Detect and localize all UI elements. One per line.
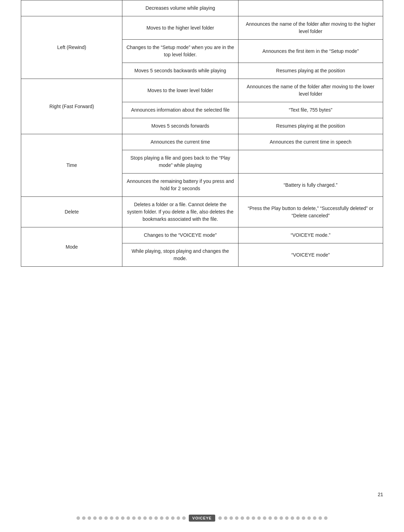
footer-dot: [132, 516, 136, 520]
footer-dot: [143, 516, 147, 520]
table-cell-result: Announces the first item in the “Setup m…: [238, 40, 383, 63]
footer-dot: [154, 516, 158, 520]
footer-dot: [165, 516, 169, 520]
footer-dot: [324, 516, 328, 520]
footer-dot: [99, 516, 102, 520]
footer-dot: [241, 516, 244, 520]
page-content: Decreases volume while playingLeft (Rewi…: [0, 0, 404, 295]
footer-dot: [296, 516, 300, 520]
table-cell-result: Announces the name of the folder after m…: [238, 16, 383, 40]
table-cell-action: Mode: [21, 227, 122, 267]
footer-dot: [82, 516, 86, 520]
table-cell-result: [238, 150, 383, 174]
footer-dot: [115, 516, 119, 520]
footer-dot: [224, 516, 227, 520]
table-cell-operation: Changes to the “Setup mode” when you are…: [122, 40, 238, 63]
table-cell-operation: While playing, stops playing and changes…: [122, 243, 238, 267]
footer-dot: [263, 516, 266, 520]
footer-dot: [274, 516, 277, 520]
table-cell-result: Resumes playing at the position: [238, 118, 383, 134]
footer-dot: [318, 516, 322, 520]
footer-dot: [307, 516, 311, 520]
footer-dot: [177, 516, 180, 520]
table-cell-operation: Moves 5 seconds forwards: [122, 118, 238, 134]
table-cell-action: Time: [21, 134, 122, 197]
footer-dot: [313, 516, 316, 520]
table-cell-operation: Moves to the lower level folder: [122, 79, 238, 102]
footer-dot: [104, 516, 108, 520]
table-cell-operation: Changes to the “VOICEYE mode”: [122, 227, 238, 243]
table-cell-operation: Stops playing a file and goes back to th…: [122, 150, 238, 174]
table-cell-result: “Text file, 755 bytes”: [238, 102, 383, 118]
table-cell-operation: Moves to the higher level folder: [122, 16, 238, 40]
table-cell-result: Announces the current time in speech: [238, 134, 383, 150]
page-number: 21: [378, 492, 383, 497]
table-cell-operation: Moves 5 seconds backwards while playing: [122, 63, 238, 79]
table-cell-result: “Press the Play button to delete,” “Succ…: [238, 197, 383, 227]
footer-dot: [127, 516, 130, 520]
table-cell-action: [21, 0, 122, 16]
table-cell-operation: Deletes a folder or a file. Cannot delet…: [122, 197, 238, 227]
table-cell-operation: Decreases volume while playing: [122, 0, 238, 16]
table-cell-action: Left (Rewind): [21, 16, 122, 79]
table-cell-action: Right (Fast Forward): [21, 79, 122, 134]
table-cell-action: Delete: [21, 197, 122, 227]
footer-dot: [182, 516, 186, 520]
voiceye-logo: VOICEYE: [189, 515, 215, 522]
footer-dot: [229, 516, 233, 520]
footer-dot: [235, 516, 239, 520]
table-cell-result: “Battery is fully charged.”: [238, 174, 383, 197]
footer-dot: [252, 516, 255, 520]
dots-left: [75, 516, 187, 520]
footer-dot: [218, 516, 222, 520]
footer-dot: [160, 516, 163, 520]
footer-dot: [121, 516, 124, 520]
footer-dots: VOICEYE: [0, 515, 404, 522]
footer-dot: [93, 516, 97, 520]
reference-table: Decreases volume while playingLeft (Rewi…: [21, 0, 383, 267]
footer-dot: [88, 516, 91, 520]
table-cell-result: “VOICEYE mode”: [238, 243, 383, 267]
footer-dot: [280, 516, 283, 520]
footer-dot: [268, 516, 272, 520]
footer-dot: [110, 516, 113, 520]
table-cell-operation: Announces the remaining battery if you p…: [122, 174, 238, 197]
footer-dot: [171, 516, 175, 520]
footer-dot: [246, 516, 250, 520]
footer-dot: [257, 516, 261, 520]
table-cell-result: “VOICEYE mode.”: [238, 227, 383, 243]
footer-dot: [76, 516, 80, 520]
table-cell-operation: Announces information about the selected…: [122, 102, 238, 118]
dots-right: [217, 516, 329, 520]
footer-dot: [138, 516, 141, 520]
table-cell-result: Resumes playing at the position: [238, 63, 383, 79]
footer-dot: [291, 516, 294, 520]
table-cell-result: Announces the name of the folder after m…: [238, 79, 383, 102]
table-cell-operation: Announces the current time: [122, 134, 238, 150]
table-cell-result: [238, 0, 383, 16]
footer-dot: [149, 516, 152, 520]
footer-dot: [302, 516, 305, 520]
footer-dot: [285, 516, 289, 520]
